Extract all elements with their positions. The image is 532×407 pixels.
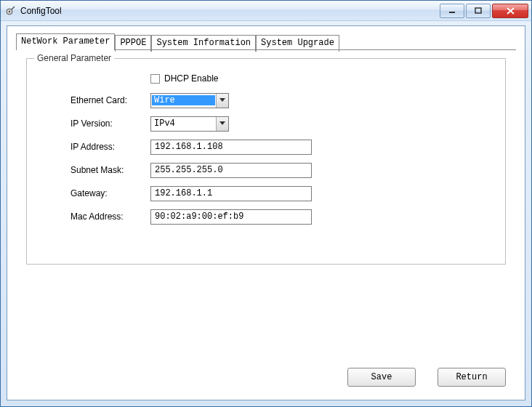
ethernet-card-select[interactable]: Wire <box>150 93 229 108</box>
subnet-label: Subnet Mask: <box>70 165 150 175</box>
mac-address-value: 90:02:a9:00:ef:b9 <box>155 211 243 222</box>
svg-marker-7 <box>219 98 225 102</box>
save-button[interactable]: Save <box>347 368 416 387</box>
mac-row: Mac Address: 90:02:a9:00:ef:b9 <box>70 209 491 225</box>
dhcp-row: DHCP Enable <box>150 72 491 85</box>
ip-version-value: IPv4 <box>151 118 216 129</box>
gateway-input[interactable]: 192.168.1.1 <box>150 186 312 201</box>
ipaddress-row: IP Address: 192.168.1.108 <box>70 139 491 155</box>
return-button-label: Return <box>456 372 487 382</box>
subnet-row: Subnet Mask: 255.255.255.0 <box>70 162 491 178</box>
ethernet-card-value: Wire <box>152 95 215 105</box>
maximize-button[interactable] <box>466 4 491 18</box>
mac-address-input[interactable]: 90:02:a9:00:ef:b9 <box>150 209 312 225</box>
tab-network-parameter[interactable]: NetWork Parameter <box>16 33 115 50</box>
tab-label: NetWork Parameter <box>21 36 110 47</box>
gateway-row: Gateway: 192.168.1.1 <box>70 185 491 201</box>
chevron-down-icon <box>216 117 228 131</box>
return-button[interactable]: Return <box>438 368 506 387</box>
window-title: ConfigTool <box>20 6 438 16</box>
close-button[interactable] <box>492 4 528 18</box>
ip-address-value: 192.168.1.108 <box>155 142 223 152</box>
svg-rect-4 <box>475 8 481 13</box>
ipaddress-label: IP Address: <box>70 142 150 152</box>
titlebar: ConfigTool <box>1 1 531 21</box>
bottom-button-bar: Save Return <box>347 368 506 387</box>
form-area: DHCP Enable Ethernet Card: Wire IP Versi… <box>27 59 505 239</box>
app-window: ConfigTool NetWork Parameter PPPOE <box>0 0 532 407</box>
app-icon <box>5 5 17 17</box>
subnet-mask-value: 255.255.255.0 <box>155 165 223 175</box>
mac-label: Mac Address: <box>70 211 150 222</box>
group-legend: General Parameter <box>34 53 114 63</box>
ip-version-select[interactable]: IPv4 <box>150 116 229 132</box>
svg-marker-8 <box>219 121 225 125</box>
gateway-label: Gateway: <box>70 188 150 198</box>
ethernet-row: Ethernet Card: Wire <box>70 92 491 108</box>
general-parameter-group: General Parameter DHCP Enable Ethernet C… <box>26 58 506 265</box>
ethernet-label: Ethernet Card: <box>70 95 150 105</box>
minimize-button[interactable] <box>440 4 464 18</box>
client-area: NetWork Parameter PPPOE System Informati… <box>7 25 525 400</box>
tab-label: PPPOE <box>120 38 146 48</box>
save-button-label: Save <box>371 372 392 382</box>
tab-label: System Upgrade <box>261 38 334 48</box>
dhcp-label: DHCP Enable <box>164 73 218 84</box>
ipversion-label: IP Version: <box>70 118 150 129</box>
ip-address-input[interactable]: 192.168.1.108 <box>150 140 312 155</box>
svg-point-2 <box>9 10 10 12</box>
gateway-value: 192.168.1.1 <box>155 188 212 198</box>
chevron-down-icon <box>216 94 228 108</box>
ipversion-row: IP Version: IPv4 <box>70 116 491 132</box>
window-controls <box>438 4 528 18</box>
dhcp-checkbox[interactable] <box>150 74 160 84</box>
tab-strip: NetWork Parameter PPPOE System Informati… <box>16 33 339 50</box>
svg-line-1 <box>12 7 15 9</box>
subnet-mask-input[interactable]: 255.255.255.0 <box>150 163 312 178</box>
tab-label: System Information <box>156 38 251 48</box>
